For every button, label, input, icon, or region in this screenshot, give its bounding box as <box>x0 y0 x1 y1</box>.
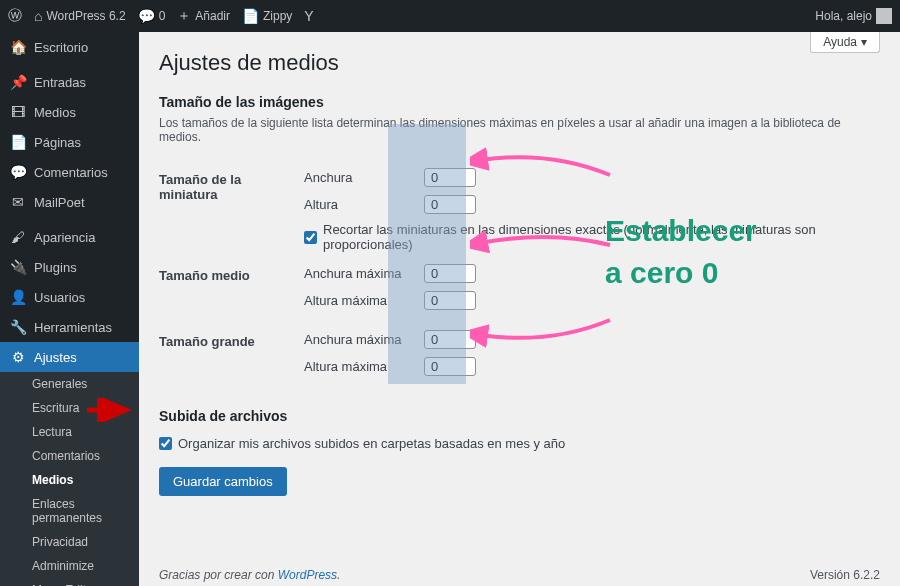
menu-icon: 📌 <box>10 74 26 90</box>
menu-item-entradas[interactable]: 📌Entradas <box>0 67 139 97</box>
menu-icon: 💬 <box>10 164 26 180</box>
large-width-label: Anchura máxima <box>304 332 414 347</box>
menu-icon: 🏠 <box>10 39 26 55</box>
add-label: Añadir <box>195 9 230 23</box>
howdy[interactable]: Hola, alejo <box>815 8 892 24</box>
menu-icon: 🎞 <box>10 104 26 120</box>
wp-logo[interactable]: ⓦ <box>8 7 22 25</box>
add-new[interactable]: ＋Añadir <box>177 7 230 25</box>
settings-table: Tamaño de la miniatura Anchura Altura Re… <box>159 162 880 390</box>
medium-width-label: Anchura máxima <box>304 266 414 281</box>
menu-item-medios[interactable]: 🎞Medios <box>0 97 139 127</box>
medium-height-input[interactable] <box>424 291 476 310</box>
menu-item-páginas[interactable]: 📄Páginas <box>0 127 139 157</box>
menu-icon: ⚙ <box>10 349 26 365</box>
submenu-item-menu-editor[interactable]: Menu Editor <box>0 578 139 586</box>
thumb-crop-label: Recortar las miniaturas en las dimension… <box>323 222 880 252</box>
large-height-label: Altura máxima <box>304 359 414 374</box>
menu-icon: 🔌 <box>10 259 26 275</box>
organize-checkbox[interactable] <box>159 437 172 450</box>
submenu-item-generales[interactable]: Generales <box>0 372 139 396</box>
comments-link[interactable]: 💬0 <box>138 8 166 24</box>
menu-item-apariencia[interactable]: 🖌Apariencia <box>0 222 139 252</box>
page-title: Ajustes de medios <box>159 50 880 76</box>
menu-icon: 👤 <box>10 289 26 305</box>
submenu-item-privacidad[interactable]: Privacidad <box>0 530 139 554</box>
help-tab[interactable]: Ayuda▾ <box>810 32 880 53</box>
images-description: Los tamaños de la siguiente lista determ… <box>159 116 880 144</box>
submenu-item-lectura[interactable]: Lectura <box>0 420 139 444</box>
menu-item-escritorio[interactable]: 🏠Escritorio <box>0 32 139 62</box>
thumb-width-label: Anchura <box>304 170 414 185</box>
menu-item-usuarios[interactable]: 👤Usuarios <box>0 282 139 312</box>
menu-icon: ✉ <box>10 194 26 210</box>
menu-item-comentarios[interactable]: 💬Comentarios <box>0 157 139 187</box>
medium-height-label: Altura máxima <box>304 293 414 308</box>
organize-label: Organizar mis archivos subidos en carpet… <box>178 436 565 451</box>
menu-icon: 🖌 <box>10 229 26 245</box>
avatar <box>876 8 892 24</box>
admin-sidebar: 🏠Escritorio📌Entradas🎞Medios📄Páginas💬Come… <box>0 32 139 586</box>
yoast-bar-item[interactable]: Y <box>304 8 313 24</box>
submenu-item-comentarios[interactable]: Comentarios <box>0 444 139 468</box>
thumb-label: Tamaño de la miniatura <box>159 162 304 258</box>
admin-bar: ⓦ ⌂WordPress 6.2 💬0 ＋Añadir 📄Zippy Y Hol… <box>0 0 900 32</box>
thumb-crop-checkbox[interactable] <box>304 231 317 244</box>
menu-icon: 📄 <box>10 134 26 150</box>
large-width-input[interactable] <box>424 330 476 349</box>
upload-section-title: Subida de archivos <box>159 408 880 424</box>
content-area: Ayuda▾ Ajustes de medios Tamaño de las i… <box>139 32 900 586</box>
comments-count: 0 <box>159 9 166 23</box>
menu-item-herramientas[interactable]: 🔧Herramientas <box>0 312 139 342</box>
thumb-width-input[interactable] <box>424 168 476 187</box>
medium-width-input[interactable] <box>424 264 476 283</box>
submenu-item-enlaces-permanentes[interactable]: Enlaces permanentes <box>0 492 139 530</box>
site-link[interactable]: ⌂WordPress 6.2 <box>34 8 126 24</box>
large-label: Tamaño grande <box>159 324 304 390</box>
footer: Gracias por crear con WordPress. Versión… <box>159 568 880 582</box>
submenu-item-adminimize[interactable]: Adminimize <box>0 554 139 578</box>
thumb-height-label: Altura <box>304 197 414 212</box>
save-button[interactable]: Guardar cambios <box>159 467 287 496</box>
menu-item-mailpoet[interactable]: ✉MailPoet <box>0 187 139 217</box>
menu-item-plugins[interactable]: 🔌Plugins <box>0 252 139 282</box>
zippy-item[interactable]: 📄Zippy <box>242 8 292 24</box>
images-section-title: Tamaño de las imágenes <box>159 94 880 110</box>
wordpress-link[interactable]: WordPress <box>278 568 337 582</box>
version-text: Versión 6.2.2 <box>810 568 880 582</box>
menu-item-ajustes[interactable]: ⚙Ajustes <box>0 342 139 372</box>
menu-icon: 🔧 <box>10 319 26 335</box>
large-height-input[interactable] <box>424 357 476 376</box>
site-name: WordPress 6.2 <box>46 9 125 23</box>
chevron-down-icon: ▾ <box>861 35 867 49</box>
submenu-item-medios[interactable]: Medios <box>0 468 139 492</box>
submenu-item-escritura[interactable]: Escritura <box>0 396 139 420</box>
medium-label: Tamaño medio <box>159 258 304 324</box>
thumb-height-input[interactable] <box>424 195 476 214</box>
